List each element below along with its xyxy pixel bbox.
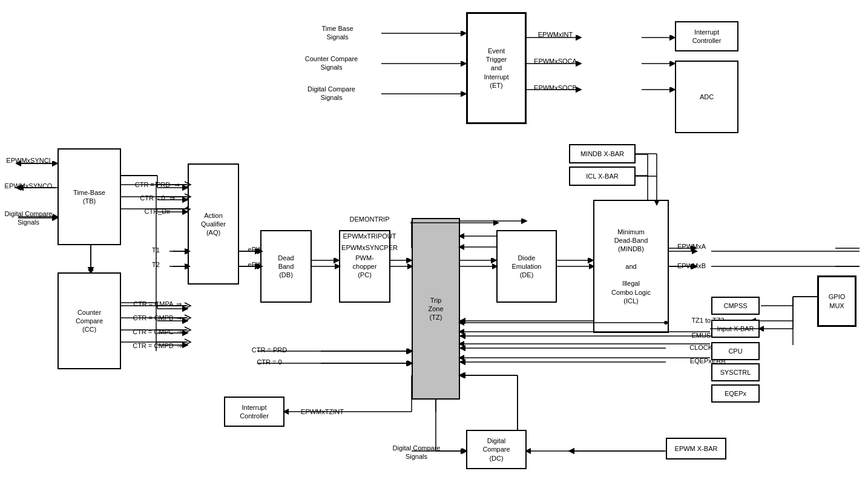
epwm-xbar-label: EPWM X-BAR (675, 444, 718, 453)
cmpss-block: CMPSS (711, 297, 760, 315)
counter-compare-block: CounterCompare(CC) (58, 272, 121, 369)
epwmxsoca-label: EPWMxSOCA (530, 57, 581, 65)
cpu-label: CPU (728, 347, 742, 355)
input-xbar-label: Input X-BAR (717, 324, 754, 333)
ctr-cmpc-label: CTR = CMPC ⇒ (130, 328, 185, 336)
dead-band-label: DeadBand(DB) (278, 254, 294, 280)
dead-band-block: DeadBand(DB) (260, 230, 312, 303)
epwmxsocb-label: EPWMxSOCB (530, 84, 581, 92)
interrupt-ctrl-top-block: InterruptController (675, 21, 738, 51)
pwm-chopper-label: PWM-chopper(PC) (353, 254, 377, 280)
ctr-0-top-label: CTR = 0 ⇒ (130, 194, 185, 202)
counter-compare-signals-label: Counter CompareSignals (284, 54, 378, 72)
gpio-mux-label: GPIOMUX (829, 292, 846, 310)
sysctrl-label: SYSCTRL (720, 368, 751, 377)
action-qualifier-block: ActionQualifier(AQ) (188, 163, 239, 285)
block-diagram: EventTriggerandInterrupt(ET) InterruptCo… (0, 0, 868, 494)
ctr-prd-bot-label: CTR = PRD (242, 346, 297, 354)
event-trigger-label: EventTriggerandInterrupt(ET) (484, 47, 509, 90)
mindb-xbar-block: MINDB X-BAR (569, 144, 636, 163)
epwmx-synco-label: EPWMxSYNCO (1, 182, 56, 190)
icl-xbar-label: ICL X-BAR (586, 172, 618, 180)
mindb-icl-block: MinimumDead-Band(MINDB)andIllegalCombo L… (593, 200, 669, 333)
ctr-cmpb-label: CTR = CMPB ⇒ (130, 314, 185, 322)
ctr-dir-label: CTR_Dir (130, 207, 185, 216)
ctr-prd-top-label: CTR = PRD ⇒ (130, 180, 185, 189)
epwmx-synci-label: EPWMxSYNCI (1, 156, 56, 165)
svg-marker-112 (493, 220, 499, 226)
epwmxsyncper-label: EPWMxSYNCPER (332, 243, 407, 252)
diode-emulation-label: DiodeEmulation(DE) (512, 254, 542, 280)
epwm-xbar-block: EPWM X-BAR (666, 438, 726, 459)
icl-xbar-block: ICL X-BAR (569, 166, 636, 186)
interrupt-ctrl-bot-block: InterruptController (224, 397, 284, 427)
ctr-0-bot-label: CTR = 0 (242, 358, 297, 366)
time-base-block: Time-Base(TB) (58, 148, 121, 245)
digital-compare-signals-left-label: Digital CompareSignals (1, 209, 56, 227)
eqepx-block: EQEPx (711, 384, 760, 403)
ctr-cmpd-label: CTR = CMPD ⇒ (130, 341, 185, 350)
mindb-icl-label: MinimumDead-Band(MINDB)andIllegalCombo L… (611, 228, 651, 306)
gpio-mux-block: GPIOMUX (817, 275, 856, 327)
digital-compare-block: DigitalCompare(DC) (466, 430, 527, 469)
interrupt-ctrl-bot-label: InterruptController (240, 403, 269, 421)
diode-emulation-block: DiodeEmulation(DE) (496, 230, 557, 303)
epwmxb-out-label: EPWMxB (672, 262, 711, 270)
epwmxa-out-label: EPWMxA (672, 242, 711, 251)
action-qualifier-label: ActionQualifier(AQ) (201, 211, 226, 237)
sysctrl-block: SYSCTRL (711, 363, 760, 381)
digital-compare-signals-top-label: Digital CompareSignals (284, 85, 378, 102)
cpu-block: CPU (711, 342, 760, 360)
time-base-signals-label: Time BaseSignals (297, 24, 378, 42)
t2-label: T2 (145, 260, 166, 269)
time-base-label: Time-Base(TB) (73, 188, 105, 206)
epwmxtzint-label: EPWMxTZINT (291, 407, 354, 416)
eqepx-label: EQEPx (725, 389, 746, 398)
digital-compare-signals-bot-label: Digital CompareSignals (374, 444, 459, 461)
pwm-chopper-block: PWM-chopper(PC) (339, 230, 390, 303)
t1-label: T1 (145, 246, 166, 254)
adc-label: ADC (700, 93, 714, 101)
mindb-xbar-label: MINDB X-BAR (580, 150, 624, 158)
digital-compare-label: DigitalCompare(DC) (482, 436, 510, 463)
trip-zone-block: TripZone(TZ) (412, 218, 460, 400)
trip-zone-label: TripZone(TZ) (428, 296, 443, 322)
counter-compare-label: CounterCompare(CC) (76, 308, 103, 334)
event-trigger-block: EventTriggerandInterrupt(ET) (466, 12, 527, 124)
interrupt-ctrl-top-label: InterruptController (692, 28, 722, 45)
input-xbar-block: Input X-BAR (711, 320, 760, 338)
ctr-cmpa-label: CTR = CMPA ⇒ (130, 300, 185, 308)
epwmxint-label: EPWMxINT (530, 30, 581, 39)
adc-block: ADC (675, 61, 738, 133)
epwmxtripout-label: EPWMxTRIPOUT (332, 232, 407, 240)
demontrip-label: DEMONTRIP (332, 215, 407, 223)
cmpss-label: CMPSS (723, 301, 747, 310)
